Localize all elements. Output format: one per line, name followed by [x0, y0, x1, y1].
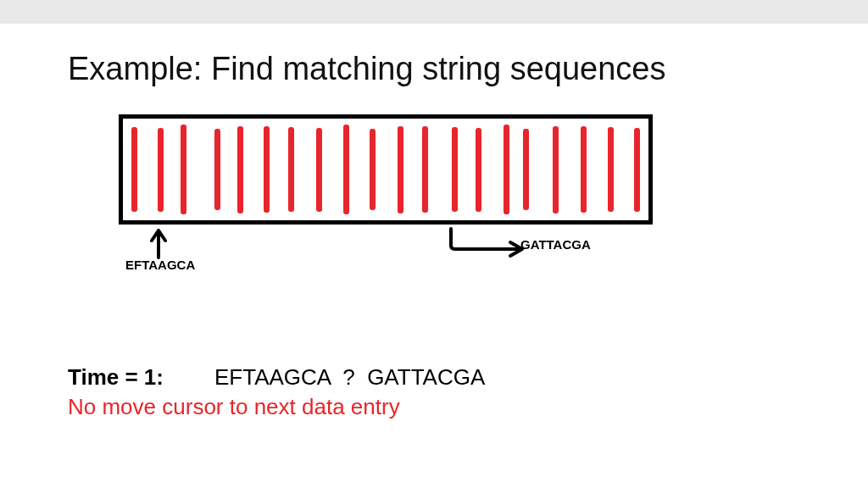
sequence-bars	[131, 124, 640, 215]
sequence-bar	[214, 129, 220, 210]
sequence-bar	[237, 126, 243, 214]
sequence-bar	[343, 125, 349, 214]
sequence-bar	[523, 129, 529, 210]
window-top-bar	[0, 0, 868, 24]
sequence-box	[119, 114, 653, 225]
time-op: ?	[342, 364, 354, 390]
sequence-bar	[634, 128, 640, 212]
sequence-bar	[131, 127, 137, 212]
sequence-bar	[553, 126, 559, 214]
sequence-bar	[581, 126, 587, 213]
sequence-bar	[504, 125, 509, 214]
time-label: Time = 1:	[68, 364, 164, 390]
sequence-bar	[422, 126, 428, 213]
sequence-bar	[264, 126, 270, 213]
left-sequence-label: EFTAAGCA	[125, 258, 195, 272]
result-line: No move cursor to next data entry	[68, 394, 400, 420]
sequence-bar	[608, 127, 614, 212]
sequence-bar	[398, 126, 403, 214]
time-seq-a: EFTAAGCA	[214, 364, 331, 390]
sequence-bar	[288, 127, 294, 212]
time-line: Time = 1:EFTAAGCA ? GATTACGA	[68, 364, 485, 391]
slide-title: Example: Find matching string sequences	[68, 51, 665, 87]
sequence-bar	[452, 127, 458, 212]
sequence-bar	[181, 125, 186, 214]
sequence-bar	[316, 128, 322, 212]
time-seq-b: GATTACGA	[367, 364, 485, 390]
sequence-bar	[476, 128, 481, 212]
right-sequence-label: GATTACGA	[520, 237, 591, 252]
sequence-bar	[370, 129, 376, 210]
sequence-bar	[158, 128, 164, 212]
